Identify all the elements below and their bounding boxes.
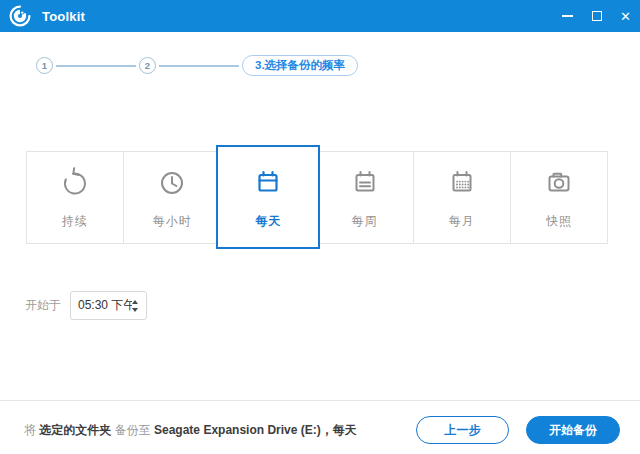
calendar-day-icon	[249, 164, 287, 202]
summary-source: 选定的文件夹	[39, 423, 111, 437]
footer-bar: 将 选定的文件夹 备份至 Seagate Expansion Drive (E:…	[0, 400, 640, 454]
app-title: Toolkit	[42, 9, 85, 24]
time-spinner	[132, 300, 138, 312]
frequency-option-daily[interactable]: 每天	[216, 145, 320, 249]
step-connector	[56, 65, 136, 67]
calendar-week-icon	[346, 164, 384, 202]
frequency-option-snapshot[interactable]: 快照	[510, 151, 608, 244]
toolkit-logo-icon	[9, 5, 31, 27]
schedule-row: 开始于	[25, 291, 147, 320]
frequency-option-label: 每天	[255, 213, 281, 230]
wizard-stepper: 1 2 3.选择备份的频率	[36, 55, 358, 76]
camera-icon	[540, 164, 578, 202]
frequency-option-label: 快照	[546, 213, 572, 230]
step-connector	[159, 65, 239, 67]
summary-destination: Seagate Expansion Drive (E:)	[154, 423, 321, 437]
step-2-indicator: 2	[139, 57, 156, 74]
minimize-button[interactable]	[553, 0, 582, 32]
frequency-option-label: 每小时	[153, 213, 192, 230]
start-time-field[interactable]	[70, 291, 147, 320]
loop-icon	[56, 164, 94, 202]
frequency-option-monthly[interactable]: 每月	[413, 151, 511, 244]
step-1-indicator: 1	[36, 57, 53, 74]
calendar-month-icon	[443, 164, 481, 202]
spinner-up-icon[interactable]	[132, 300, 138, 304]
summary-comma: ，	[321, 423, 333, 437]
start-backup-button[interactable]: 开始备份	[526, 416, 620, 444]
back-button[interactable]: 上一步	[416, 416, 509, 444]
start-time-input[interactable]	[78, 299, 132, 313]
frequency-option-weekly[interactable]: 每周	[315, 151, 413, 244]
frequency-option-label: 每月	[449, 213, 475, 230]
spinner-down-icon[interactable]	[132, 308, 138, 312]
frequency-option-label: 每周	[352, 213, 378, 230]
frequency-option-continuous[interactable]: 持续	[26, 151, 124, 244]
summary-text: 备份至	[111, 423, 154, 437]
maximize-icon	[592, 11, 602, 21]
start-time-label: 开始于	[25, 297, 61, 314]
close-button[interactable]: ✕	[611, 0, 640, 32]
clock-icon	[153, 164, 191, 202]
frequency-option-label: 持续	[62, 213, 88, 230]
step-3-active-label: 3.选择备份的频率	[242, 55, 358, 76]
backup-summary: 将 选定的文件夹 备份至 Seagate Expansion Drive (E:…	[24, 422, 357, 439]
summary-frequency: 每天	[333, 423, 357, 437]
frequency-options-row: 持续 每小时 每天 每周	[26, 145, 608, 249]
maximize-button[interactable]	[582, 0, 611, 32]
frequency-option-hourly[interactable]: 每小时	[123, 151, 221, 244]
summary-text: 将	[24, 423, 39, 437]
minimize-icon	[562, 15, 573, 17]
titlebar: Toolkit ✕	[0, 0, 640, 32]
